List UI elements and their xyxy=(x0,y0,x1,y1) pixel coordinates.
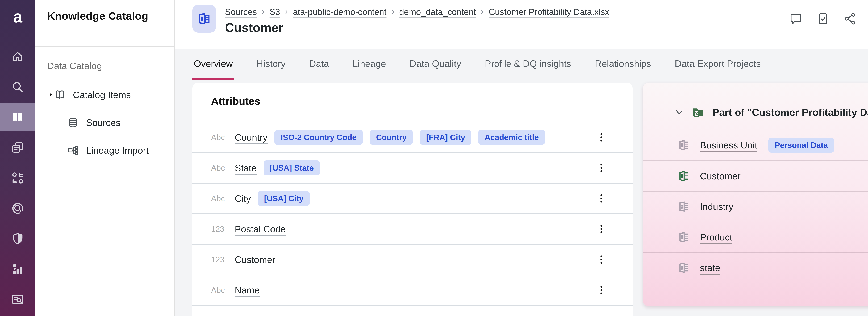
attribute-name-link[interactable]: City xyxy=(235,193,251,204)
insights-chart-icon xyxy=(10,262,25,276)
breadcrumb-link[interactable]: Sources xyxy=(225,7,257,17)
rail-item-categories[interactable] xyxy=(0,164,35,192)
product-title: Knowledge Catalog xyxy=(47,10,174,22)
row-overflow-button[interactable] xyxy=(596,132,606,143)
term-tag[interactable]: Country xyxy=(370,130,413,145)
sheet-row: Product xyxy=(643,222,868,252)
related-sheets-header: Part of "Customer Profitability Data.xls… xyxy=(643,83,868,130)
rail-item-projects[interactable] xyxy=(0,134,35,161)
catalog-book-icon xyxy=(10,110,25,125)
attribute-name-link[interactable]: Postal Code xyxy=(235,224,286,234)
rail-item-search[interactable] xyxy=(0,73,35,101)
brand-letter: a xyxy=(13,8,22,25)
term-tag[interactable]: Academic title xyxy=(478,130,545,145)
page-title: Customer xyxy=(225,21,609,35)
breadcrumb-link[interactable]: S3 xyxy=(270,7,280,17)
sidebar-item-catalog-items[interactable]: Catalog Items xyxy=(35,81,174,109)
sheet-link[interactable]: Industry xyxy=(700,201,733,212)
breadcrumb-separator: › xyxy=(285,7,288,16)
rail-item-governance[interactable] xyxy=(0,195,35,222)
tab-relationships[interactable]: Relationships xyxy=(593,49,653,80)
catalog-tree: Catalog Items Sources Lineage Import xyxy=(35,81,174,164)
attribute-name-link[interactable]: State xyxy=(235,162,256,173)
sidenav-section-label: Data Catalog xyxy=(35,46,174,71)
rail-item-metadata-query[interactable] xyxy=(0,286,35,313)
sidebar-item-label: Catalog Items xyxy=(73,89,131,100)
home-icon xyxy=(10,49,25,64)
row-overflow-button[interactable] xyxy=(596,285,606,295)
attribute-name-link[interactable]: Country xyxy=(235,132,268,143)
attribute-row: Abc Country ISO-2 Country Code Country [… xyxy=(192,122,632,153)
sidebar-item-lineage-import[interactable]: Lineage Import xyxy=(35,136,174,164)
type-indicator: 123 xyxy=(211,224,229,234)
excel-sheet-icon xyxy=(678,139,690,151)
type-indicator: 123 xyxy=(211,255,229,264)
sheet-list: Business Unit Personal Data Customer xyxy=(643,130,868,283)
sidebar-item-label: Sources xyxy=(86,117,121,128)
row-overflow-button[interactable] xyxy=(596,254,606,265)
shield-icon xyxy=(10,231,25,246)
sheet-row: Industry xyxy=(643,191,868,222)
sheet-link[interactable]: Product xyxy=(700,232,732,243)
related-sheets-card: Part of "Customer Profitability Data.xls… xyxy=(643,83,868,306)
row-overflow-button[interactable] xyxy=(596,224,606,234)
sidebar-item-label: Lineage Import xyxy=(86,145,149,156)
breadcrumb-separator: › xyxy=(481,7,484,16)
tab-history[interactable]: History xyxy=(255,49,287,80)
row-overflow-button[interactable] xyxy=(596,193,606,204)
row-overflow-button[interactable] xyxy=(596,163,606,173)
rail-item-catalog[interactable] xyxy=(0,103,35,131)
rail-item-insights[interactable] xyxy=(0,255,35,283)
breadcrumb: Sources › S3 › ata-public-demo-content ›… xyxy=(225,7,609,17)
tab-data-export-projects[interactable]: Data Export Projects xyxy=(673,49,762,80)
rail-item-home[interactable] xyxy=(0,43,35,70)
excel-folder-icon xyxy=(692,105,705,119)
term-tag[interactable]: [USA] State xyxy=(264,160,320,176)
related-sheets-title: Part of "Customer Profitability Data.xls… xyxy=(712,106,868,118)
task-checkbox-icon xyxy=(816,12,830,26)
share-button[interactable] xyxy=(841,10,859,28)
term-tag[interactable]: ISO-2 Country Code xyxy=(275,130,363,145)
attribute-row: Abc State [USA] State xyxy=(192,153,632,184)
tab-profile-dq-insights[interactable]: Profile & DQ insights xyxy=(483,49,572,80)
tasks-button[interactable] xyxy=(814,10,832,28)
caret-right-icon[interactable] xyxy=(35,92,54,98)
sheet-link[interactable]: state xyxy=(700,262,720,273)
type-indicator: Abc xyxy=(211,133,229,142)
sidebar-item-sources[interactable]: Sources xyxy=(35,109,174,136)
chat-icon xyxy=(789,12,803,26)
breadcrumb-separator: › xyxy=(261,7,265,16)
lineage-icon xyxy=(67,145,79,156)
type-indicator: Abc xyxy=(211,163,229,172)
tab-lineage[interactable]: Lineage xyxy=(351,49,387,80)
tab-data-quality[interactable]: Data Quality xyxy=(408,49,462,80)
type-indicator: Abc xyxy=(211,285,229,295)
attribute-name-link[interactable]: Customer xyxy=(235,254,275,265)
projects-icon xyxy=(10,140,25,155)
tab-data[interactable]: Data xyxy=(308,49,330,80)
brand-logo[interactable]: a xyxy=(0,0,35,43)
chevron-down-icon[interactable] xyxy=(674,107,684,117)
breadcrumb-link[interactable]: ata-public-demo-content xyxy=(293,7,386,17)
attributes-heading: Attributes xyxy=(211,95,632,107)
sheet-row: Business Unit Personal Data xyxy=(643,130,868,160)
term-tag[interactable]: [USA] City xyxy=(258,191,310,206)
governance-radar-icon xyxy=(10,201,25,216)
sheet-row: state xyxy=(643,252,868,283)
breadcrumb-link[interactable]: Customer Profitability Data.xlsx xyxy=(489,7,609,17)
sidenav-header: Knowledge Catalog xyxy=(35,0,174,46)
chat-button[interactable] xyxy=(787,10,805,28)
share-icon xyxy=(843,12,857,26)
term-tag[interactable]: Personal Data xyxy=(768,138,834,153)
app-window: a xyxy=(0,0,868,316)
term-tag[interactable]: [FRA] City xyxy=(420,130,471,145)
overview-content: Attributes Abc Country ISO-2 Country Cod… xyxy=(175,80,868,316)
rail-item-privacy[interactable] xyxy=(0,225,35,253)
breadcrumb-link[interactable]: demo_data_content xyxy=(399,7,476,17)
database-icon xyxy=(67,117,79,128)
attribute-row: Abc City [USA] City xyxy=(192,184,632,214)
asset-header: Sources › S3 › ata-public-demo-content ›… xyxy=(175,0,868,49)
attribute-name-link[interactable]: Name xyxy=(235,285,260,295)
tab-overview[interactable]: Overview xyxy=(192,49,234,80)
sheet-link[interactable]: Business Unit xyxy=(700,140,757,151)
